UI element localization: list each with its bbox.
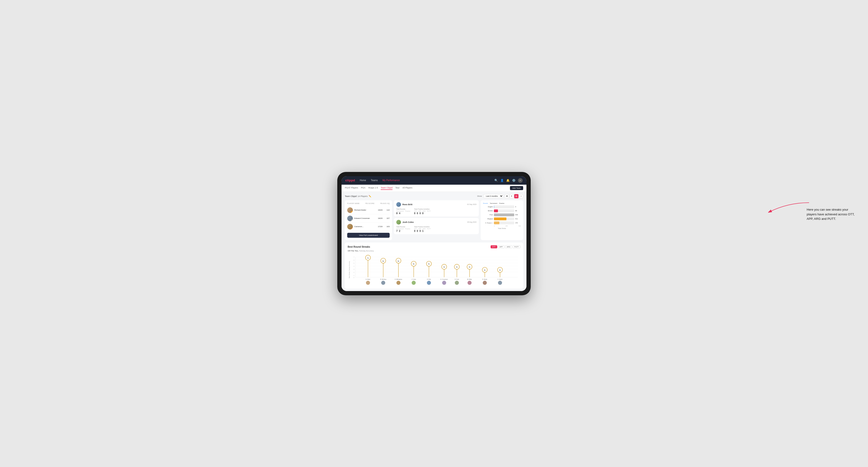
settings-icon[interactable]: ⚙️ — [512, 179, 516, 182]
svg-text:J. Coles: J. Coles — [411, 279, 416, 280]
navbar-left: clippd Home Teams My Performance — [345, 179, 401, 182]
navbar-right: 🔍 👤 🔔 ⚙️ U — [494, 178, 523, 183]
arg-label: ARG — [423, 210, 426, 212]
subnav-hcaps[interactable]: Hcaps 1-5 — [368, 186, 378, 190]
player-card-name: Rees Britt — [402, 203, 466, 206]
nav-teams[interactable]: Teams — [370, 179, 379, 182]
avatar: 2 — [347, 216, 353, 221]
edit-icon[interactable]: ✏️ — [369, 195, 371, 197]
subnav-tour[interactable]: Tour — [395, 186, 400, 190]
streaks-tabs: OTT APP ARG PUTT — [491, 245, 520, 248]
bar-row-d-bogeys: D. Bogeys + 131 — [483, 221, 521, 224]
card-view-icon[interactable]: ▤ — [514, 194, 519, 198]
app-label: APP — [418, 210, 421, 212]
streaks-title: Best Round Streaks — [348, 246, 370, 248]
user-avatar[interactable]: U — [518, 178, 523, 183]
svg-point-65 — [467, 281, 471, 285]
tab-arg[interactable]: ARG — [505, 245, 512, 248]
bar-row-bogeys: Bogeys 311 — [483, 217, 521, 220]
player-pb-score: 18/20 — [377, 217, 383, 219]
bell-icon[interactable]: 🔔 — [506, 179, 510, 182]
bar-count: 499 — [515, 214, 521, 216]
player-pb-score: 19/20 — [377, 209, 383, 211]
sub-nav: PGAT Players PGA Hcaps 1-5 Team Clippd T… — [342, 185, 526, 192]
bar-container — [494, 221, 514, 224]
player-card-date: 26 Aug 2023 — [467, 221, 476, 223]
bar-count: 311 — [515, 218, 521, 220]
player-card: Rees Britt 02 Sep 2023 Total Rounds Tour… — [394, 200, 479, 217]
add-team-button[interactable]: Add Team — [510, 186, 523, 190]
table-view-icon[interactable]: ↕ — [519, 194, 523, 198]
svg-text:4x: 4x — [456, 266, 458, 268]
avatar — [396, 220, 401, 224]
subnav-team-clippd[interactable]: Team Clippd — [381, 186, 393, 190]
subnav-pga[interactable]: PGA — [361, 186, 365, 190]
annotation-arrow — [764, 198, 811, 217]
ott-value: 0 — [414, 230, 415, 232]
bar-count: 96 — [515, 210, 521, 212]
chart-x-labels: 0 200 400 — [483, 225, 521, 227]
period-select[interactable]: Last 3 months — [483, 194, 503, 198]
app-value: 0 — [417, 230, 418, 232]
tab-ott[interactable]: OTT — [491, 245, 497, 248]
tablet-frame: clippd Home Teams My Performance 🔍 👤 🔔 ⚙… — [337, 172, 531, 295]
col-player-name: PLAYER NAME — [347, 203, 360, 204]
app-label: APP — [418, 228, 421, 229]
tournament-label: Tournament — [396, 228, 404, 229]
total-rounds-group: Total Rounds Tournament Practice 8 4 — [396, 208, 410, 215]
player-cards-panel: Rees Britt 02 Sep 2023 Total Rounds Tour… — [394, 200, 479, 240]
rank-badge: 2 — [351, 219, 353, 221]
svg-text:D. Billingham: D. Billingham — [395, 279, 402, 280]
player-avg-sq: 103 — [385, 225, 390, 228]
avatar: 1 — [347, 207, 353, 213]
svg-text:3x: 3x — [484, 269, 486, 271]
svg-text:R. Britt: R. Britt — [427, 279, 431, 280]
practice-activities-label: Total Practice Activities — [414, 226, 431, 228]
nav-home[interactable]: Home — [359, 179, 367, 182]
tournament-value: 8 — [396, 212, 398, 215]
grid-view-icon[interactable]: ⊞ — [505, 194, 509, 198]
view-leaderboard-button[interactable]: View Full Leaderboard — [347, 233, 390, 238]
player-card-header: Josh Coles 26 Aug 2023 — [396, 220, 476, 224]
subnav-pgat[interactable]: PGAT Players — [345, 186, 358, 190]
bar-label: Bogeys — [483, 218, 493, 220]
bar-container — [494, 214, 514, 216]
practice-value: 2 — [399, 230, 401, 232]
tab-app[interactable]: APP — [498, 245, 504, 248]
svg-text:D. Ford: D. Ford — [455, 279, 459, 280]
users-icon[interactable]: 👤 — [500, 179, 504, 182]
bar-fill — [494, 210, 498, 212]
tab-putt[interactable]: PUTT — [513, 245, 520, 248]
svg-text:E. Crossman: E. Crossman — [441, 279, 448, 280]
main-content: Team Clippd 14 Players ✏️ Show Last 3 mo… — [342, 192, 526, 291]
streak-chart-container: Best Streak, Fairway Accuracy — [348, 254, 520, 286]
svg-text:C. Quick: C. Quick — [498, 279, 503, 280]
svg-text:3: 3 — [353, 269, 354, 270]
tournament-value: 7 — [396, 230, 398, 232]
player-pb-score: 17/20 — [377, 225, 383, 228]
player-avg-sq: 110 — [385, 209, 390, 211]
svg-point-66 — [483, 281, 487, 285]
col-pb-avg: PB AVG SQ — [380, 203, 390, 204]
app-logo: clippd — [345, 179, 355, 182]
table-row: 1 Richard Butler 19/20 110 — [347, 206, 390, 214]
subnav-all-players[interactable]: All Players — [402, 186, 412, 190]
svg-point-64 — [455, 281, 459, 285]
search-icon[interactable]: 🔍 — [494, 179, 498, 182]
total-rounds-group: Total Rounds Tournament Practice 7 2 — [396, 226, 410, 232]
svg-text:6x: 6x — [398, 260, 399, 261]
svg-text:0: 0 — [353, 277, 354, 278]
bar-label: D. Bogeys + — [483, 222, 493, 224]
bar-row-birdies: Birdies 96 — [483, 210, 521, 212]
ott-label: OTT — [414, 210, 417, 212]
two-col-layout: PLAYER NAME PB SCORE PB AVG SQ 1 Richard… — [345, 200, 523, 240]
nav-my-performance[interactable]: My Performance — [381, 179, 401, 182]
leaderboard-header: PLAYER NAME PB SCORE PB AVG SQ — [347, 203, 390, 204]
svg-point-67 — [498, 281, 502, 285]
svg-text:4: 4 — [353, 266, 354, 267]
bar-chart-panel: Rounds Tournament Practice Eagles 3 — [481, 200, 523, 240]
bar-container — [494, 210, 514, 212]
player-card-name: Josh Coles — [402, 221, 466, 223]
list-view-icon[interactable]: ≡ — [509, 194, 514, 198]
putt-label: PUTT — [427, 210, 431, 212]
